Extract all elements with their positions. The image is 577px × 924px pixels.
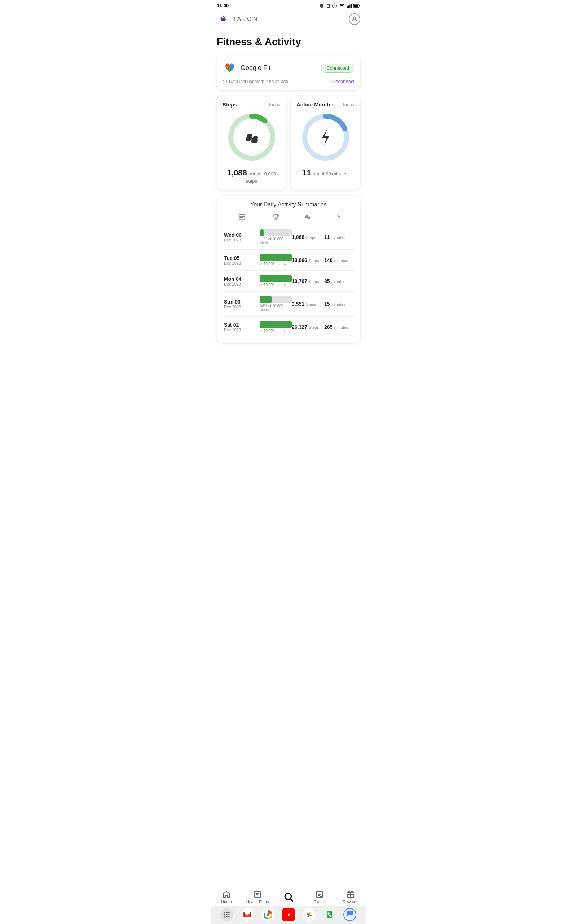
disconnect-button[interactable]: Disconnect	[331, 79, 355, 84]
nav-health-plans-label: Health Plans	[246, 900, 269, 904]
activity-rows-container: Wed 06 Dec 2023 11% of 10,000 steps 1,08…	[222, 225, 355, 337]
row-steps: 26,327 Steps	[292, 324, 324, 330]
health-plans-icon	[253, 890, 262, 899]
clock-icon	[332, 3, 337, 8]
dock-apps-icon[interactable]	[220, 908, 233, 921]
row-minutes: 11 minutes	[324, 234, 353, 241]
svg-rect-8	[351, 3, 351, 8]
steps-ring-container	[222, 112, 280, 162]
svg-marker-71	[288, 913, 290, 916]
google-fit-info: Google Fit	[222, 61, 271, 75]
steps-card: Steps Today 1,088	[217, 96, 286, 190]
activity-row: Sat 02 Dec 2023 ✓10,000+ steps 26,327 St…	[222, 317, 355, 337]
status-time: 11:09	[217, 3, 229, 8]
svg-rect-11	[353, 4, 358, 7]
svg-marker-31	[322, 129, 329, 145]
activity-summaries-card: Your Daily Activity Summaries	[217, 195, 360, 343]
nav-home[interactable]: Home	[211, 890, 242, 904]
search-icon	[283, 892, 294, 902]
row-steps: 1,088 Steps	[292, 234, 324, 241]
row-progress: 36% of 10,000 steps	[260, 296, 292, 312]
activity-row: Mon 04 Dec 2023 ✓10,000+ steps 10,707 St…	[222, 271, 355, 292]
svg-point-59	[226, 912, 227, 913]
row-progress: 11% of 10,000 steps	[260, 229, 292, 245]
dock-phone-icon[interactable]	[323, 908, 336, 921]
svg-point-60	[229, 912, 230, 913]
svg-point-20	[222, 19, 222, 19]
nav-rewards-label: Rewards	[343, 900, 358, 904]
google-fit-header: Google Fit Connected	[222, 61, 355, 75]
svg-point-65	[226, 916, 227, 917]
minutes-ring-container	[297, 112, 355, 162]
nav-search[interactable]	[273, 892, 304, 902]
activity-title: Your Daily Activity Summaries	[222, 201, 355, 208]
row-steps: 13,066 Steps	[292, 257, 324, 263]
dock-photos-icon[interactable]	[303, 908, 316, 921]
last-updated: Data last updated: 2 hours ago	[222, 79, 288, 84]
activity-row: Sun 03 Dec 2023 36% of 10,000 steps 3,55…	[222, 292, 355, 317]
steps-period: Today	[268, 102, 280, 107]
minutes-sub-value: out of 60 minutes	[313, 171, 349, 176]
row-date: Mon 04 Dec 2023	[224, 276, 260, 286]
battery-icon	[353, 3, 360, 8]
google-fit-footer: Data last updated: 2 hours ago Disconnec…	[222, 79, 355, 84]
lightning-icon	[319, 129, 332, 146]
svg-point-63	[229, 914, 230, 915]
row-progress: ✓10,000+ steps	[260, 275, 292, 287]
page-content: Fitness & Activity Google Fit Connected …	[211, 29, 366, 372]
google-fit-card: Google Fit Connected Data last updated: …	[217, 55, 360, 90]
svg-rect-7	[350, 4, 350, 8]
profile-button[interactable]	[349, 13, 360, 25]
svg-point-12	[221, 18, 226, 21]
svg-point-64	[224, 916, 226, 917]
steps-value-row: 1,088 out of 10,000 steps	[222, 168, 280, 184]
activity-table-header	[222, 213, 355, 225]
nav-rewards[interactable]: Rewards	[335, 890, 366, 904]
dock-chrome-icon[interactable]	[261, 908, 274, 921]
svg-rect-67	[244, 913, 245, 917]
svg-point-70	[266, 913, 269, 916]
steps-icon	[243, 130, 260, 144]
page-title: Fitness & Activity	[217, 36, 360, 48]
svg-point-66	[229, 916, 230, 917]
steps-label: Steps	[222, 102, 237, 108]
svg-rect-10	[359, 5, 360, 6]
connected-badge: Connected	[321, 63, 355, 73]
svg-rect-36	[240, 217, 241, 218]
status-bar: 11:09	[211, 0, 366, 10]
minutes-period: Today	[342, 102, 355, 107]
row-minutes: 265 minutes	[324, 324, 353, 330]
activity-row: Wed 06 Dec 2023 11% of 10,000 steps 1,08…	[222, 225, 355, 250]
dock-youtube-icon[interactable]	[282, 908, 295, 921]
steps-col-icon	[292, 213, 324, 221]
svg-rect-1	[327, 5, 329, 7]
svg-rect-68	[250, 913, 251, 917]
date-col-icon	[224, 213, 260, 221]
row-steps: 3,551 Steps	[292, 300, 324, 307]
svg-rect-5	[347, 6, 348, 8]
claims-icon	[315, 890, 324, 899]
row-date: Sat 02 Dec 2023	[224, 322, 260, 332]
talon-bird-logo	[217, 15, 230, 23]
row-progress: ✓10,000+ steps	[260, 321, 292, 333]
rewards-icon	[346, 890, 355, 899]
nav-claims[interactable]: Claims	[304, 890, 335, 904]
minutes-header: Active Minutes Today	[297, 102, 355, 108]
dock-gmail-icon[interactable]	[241, 908, 254, 921]
row-date: Wed 06 Dec 2023	[224, 232, 260, 242]
bottom-nav: Home Health Plans Claims R	[211, 887, 366, 905]
svg-rect-6	[348, 5, 349, 8]
svg-point-21	[224, 19, 224, 19]
row-progress: ✓10,000+ steps	[260, 254, 292, 266]
row-minutes: 85 minutes	[324, 278, 353, 284]
svg-rect-37	[242, 217, 243, 218]
row-minutes: 140 minutes	[324, 257, 353, 263]
minutes-label: Active Minutes	[297, 102, 335, 108]
app-name: TALON	[233, 16, 259, 23]
nav-health-plans[interactable]: Health Plans	[242, 890, 273, 904]
android-dock	[211, 906, 366, 924]
svg-point-58	[224, 912, 226, 913]
google-fit-logo	[222, 61, 237, 75]
dock-messages-icon[interactable]	[343, 908, 356, 921]
row-steps: 10,707 Steps	[292, 278, 324, 284]
